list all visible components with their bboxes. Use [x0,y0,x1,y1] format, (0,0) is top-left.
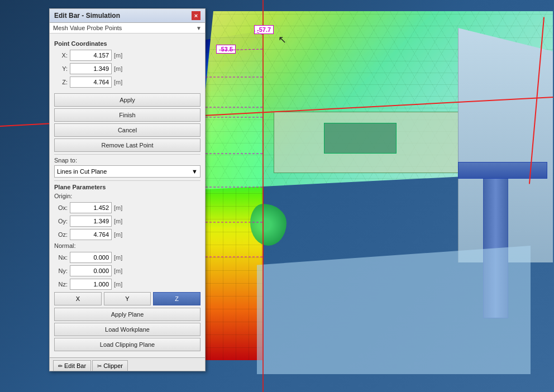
x-label: X: [54,52,70,59]
label-m535: -53.5 [216,45,236,54]
oz-input[interactable] [70,229,112,240]
clipper-icon: ✂ [97,363,102,369]
tab-clipper-label: Clipper [103,362,123,369]
ox-field-row: Ox: [m] [54,202,200,213]
ox-input[interactable] [70,202,112,213]
cursor-indicator: ↖ [278,34,286,46]
snap-to-value: Lines in Cut Plane [57,168,107,175]
axis-z-button[interactable]: Z [153,292,200,305]
edit-bar-panel: Edit Bar - Simulation × Mesh Value Probe… [49,8,206,371]
snap-to-label: Snap to: [54,157,200,164]
y-label: Y: [54,65,70,72]
plane-params-section: Plane Parameters Origin: Ox: [m] Oy: [m]… [54,180,200,351]
tab-edit-bar[interactable]: ✏ Edit Bar [53,360,91,371]
nz-input[interactable] [70,279,112,290]
bottom-tabs: ✏ Edit Bar ✂ Clipper [50,357,205,371]
point-coordinates-label: Point Coordinates [54,40,200,47]
origin-label: Origin: [54,193,200,199]
nx-unit: [m] [114,254,122,261]
snap-to-dropdown[interactable]: Lines in Cut Plane ▼ [54,165,200,178]
dropdown-arrow-icon: ▼ [196,25,202,31]
oz-label: Oz: [54,231,70,238]
nx-input[interactable] [70,252,112,263]
panel-dropdown-bar[interactable]: Mesh Value Probe Points ▼ [50,23,205,34]
ny-field-row: Ny: [m] [54,265,200,276]
red-cut-plane-vertical [262,0,264,392]
oz-unit: [m] [114,231,122,238]
z-unit: [m] [114,79,122,85]
y-unit: [m] [114,65,122,72]
blue-beam [458,162,547,179]
nx-label: Nx: [54,254,70,261]
label-m577: -57.7 [254,25,274,34]
panel-titlebar: Edit Bar - Simulation × [50,9,205,23]
tab-edit-bar-label: Edit Bar [64,362,86,369]
nz-unit: [m] [114,281,122,288]
ny-input[interactable] [70,265,112,276]
cancel-button[interactable]: Cancel [54,123,200,137]
oy-field-row: Oy: [m] [54,216,200,227]
z-field-row: Z: [m] [54,77,200,88]
oy-input[interactable] [70,216,112,227]
x-input[interactable] [70,50,112,61]
snap-to-section: Snap to: Lines in Cut Plane ▼ [54,154,200,178]
load-clipping-plane-button[interactable]: Load Clipping Plane [54,338,200,351]
nz-field-row: Nz: [m] [54,279,200,290]
z-input[interactable] [70,77,112,88]
axis-x-button[interactable]: X [54,292,102,305]
y-field-row: Y: [m] [54,63,200,74]
x-field-row: X: [m] [54,50,200,61]
ny-unit: [m] [114,267,122,274]
ox-label: Ox: [54,204,70,211]
plane-params-label: Plane Parameters [54,184,200,190]
oy-label: Oy: [54,218,70,224]
green-blob [250,204,286,246]
edit-bar-icon: ✏ [58,363,63,369]
z-label: Z: [54,79,70,85]
oy-unit: [m] [114,218,122,224]
finish-button[interactable]: Finish [54,108,200,122]
snap-dropdown-arrow-icon: ▼ [192,168,198,175]
table-cutout [324,123,397,154]
axis-y-button[interactable]: Y [104,292,151,305]
ox-unit: [m] [114,204,122,211]
nx-field-row: Nx: [m] [54,252,200,263]
tab-clipper[interactable]: ✂ Clipper [92,360,128,371]
dropdown-value: Mesh Value Probe Points [53,25,122,31]
bottom-plane [257,246,531,374]
close-button[interactable]: × [192,11,200,20]
axis-buttons-row: X Y Z [54,292,200,305]
apply-plane-button[interactable]: Apply Plane [54,308,200,321]
oz-field-row: Oz: [m] [54,229,200,240]
remove-last-point-button[interactable]: Remove Last Point [54,138,200,152]
apply-button[interactable]: Apply [54,93,200,107]
y-input[interactable] [70,63,112,74]
load-workplane-button[interactable]: Load Workplane [54,323,200,336]
ny-label: Ny: [54,267,70,274]
x-unit: [m] [114,52,122,59]
nz-label: Nz: [54,281,70,288]
panel-title: Edit Bar - Simulation [54,12,120,20]
normal-label: Normal: [54,242,200,249]
